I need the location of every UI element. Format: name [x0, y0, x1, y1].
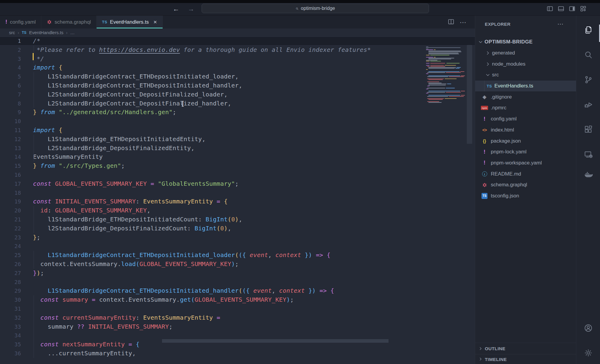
minimap-line — [430, 65, 444, 66]
line-content: }); — [26, 269, 475, 278]
file-tree: OPTIMISM-BRIDGEgeneratednode_modulessrcT… — [475, 37, 576, 201]
tree-item-generated[interactable]: generated — [475, 48, 576, 59]
tree-item-.gitignore[interactable]: ◈.gitignore — [475, 91, 576, 102]
tree-item-pnpm-lock.yaml[interactable]: !pnpm-lock.yaml — [475, 146, 576, 158]
layout-controls — [546, 5, 587, 12]
code-line-32: 32 const currentSummaryEntity: EventsSum… — [0, 313, 475, 322]
panel-bottom-icon[interactable] — [557, 5, 565, 12]
minimap-line — [461, 95, 465, 96]
minimap-line — [449, 96, 464, 97]
line-content: l1StandardBridge_ETHDepositInitiatedCoun… — [26, 215, 475, 224]
tree-item-tsconfig.json[interactable]: TStsconfig.json — [475, 191, 576, 202]
outline-section[interactable]: OUTLINE — [475, 343, 576, 354]
tab-config.yaml[interactable]: !config.yaml — [0, 16, 41, 28]
sidebar-header: EXPLORER ⋯ — [475, 16, 576, 32]
tree-item-EventHandlers.ts[interactable]: TSEventHandlers.ts — [475, 81, 576, 92]
run-debug-icon[interactable] — [584, 100, 593, 109]
code-line-19: 19const INITIAL_EVENTS_SUMMARY: EventsSu… — [0, 197, 475, 206]
extensions-icon[interactable] — [584, 125, 593, 134]
minimap-line — [428, 75, 460, 76]
timeline-label: TIMELINE — [485, 357, 507, 362]
breadcrumb-folder[interactable]: src — [9, 30, 15, 35]
code-line-36: 36 ...currentSummaryEntity, — [0, 349, 475, 358]
tree-item-pnpm-workspace.yaml[interactable]: !pnpm-workspace.yaml — [475, 158, 576, 169]
chevron-right-icon — [485, 51, 490, 55]
tree-item-README.md[interactable]: iREADME.md — [475, 168, 576, 179]
code-line-14: 14EventsSummaryEntity — [0, 152, 475, 161]
panel-right-active-icon[interactable] — [568, 5, 576, 12]
source-control-icon[interactable] — [584, 75, 593, 84]
line-number: 30 — [0, 295, 26, 304]
nav-back-icon[interactable]: ← — [172, 4, 181, 14]
tree-label: pnpm-workspace.yaml — [491, 160, 542, 166]
tree-item-src[interactable]: src — [475, 70, 576, 81]
code-line-20: 20 id: GLOBAL_EVENTS_SUMMARY_KEY, — [0, 206, 475, 215]
tree-item-.npmrc[interactable]: npm.npmrc — [475, 102, 576, 114]
mouse-ibeam-cursor: I — [181, 99, 184, 108]
nav-forward-icon[interactable]: → — [187, 4, 196, 14]
code-line-2: 2 *Please refer to https://docs.envio.de… — [0, 46, 475, 55]
code-line-7: 7 L2StandardBridgeContract_DepositFinali… — [0, 90, 475, 99]
search-icon[interactable] — [584, 50, 593, 60]
tab-EventHandlers.ts[interactable]: TSEventHandlers.ts✕ — [97, 16, 163, 28]
search-icon: ⌕ — [296, 5, 298, 11]
activity-bar — [576, 16, 600, 364]
breadcrumb-file[interactable]: EventHandlers.ts — [29, 30, 63, 35]
explorer-more-icon[interactable]: ⋯ — [557, 20, 564, 28]
line-content: import { — [26, 63, 475, 72]
minimap-line — [428, 52, 461, 52]
tree-item-index.html[interactable]: <>index.html — [475, 125, 576, 136]
tree-item-OPTIMISM-BRIDGE[interactable]: OPTIMISM-BRIDGE — [475, 37, 576, 48]
tree-item-config.yaml[interactable]: !config.yaml — [475, 114, 576, 125]
minimap-line — [430, 61, 441, 61]
tree-item-node_modules[interactable]: node_modules — [475, 58, 576, 70]
line-number: 16 — [0, 170, 26, 179]
close-tab-icon[interactable]: ✕ — [153, 19, 157, 25]
minimap-line — [428, 83, 442, 83]
tree-label: tsconfig.json — [491, 193, 519, 199]
code-line-24: 24 — [0, 242, 475, 251]
minimap-line — [428, 67, 456, 68]
minimap-line — [430, 55, 449, 55]
minimap[interactable] — [426, 46, 466, 124]
line-number: 36 — [0, 349, 26, 358]
search-value: optimism-bridge — [301, 6, 335, 11]
command-center-search[interactable]: ⌕ optimism-bridge — [202, 4, 429, 13]
minimap-line — [428, 71, 460, 72]
timeline-section[interactable]: TIMELINE — [475, 354, 576, 364]
panel-left-icon[interactable] — [546, 5, 554, 12]
line-content — [26, 304, 475, 313]
tree-indent-guide — [484, 81, 484, 92]
remote-icon[interactable] — [584, 150, 593, 159]
git-icon: ◈ — [483, 94, 486, 100]
split-editor-icon[interactable] — [447, 18, 455, 27]
vertical-scrollbar[interactable] — [467, 45, 472, 144]
account-icon[interactable] — [584, 324, 593, 333]
settings-icon[interactable] — [584, 348, 593, 358]
tab-schema.graphql[interactable]: schema.graphql — [41, 16, 97, 28]
code-editor[interactable]: 1/*2 *Please refer to https://docs.envio… — [0, 37, 475, 364]
breadcrumb-symbol[interactable]: … — [70, 30, 75, 35]
line-number: 31 — [0, 304, 26, 313]
line-content: /* — [26, 37, 475, 46]
minimap-line — [428, 102, 442, 103]
files-icon[interactable] — [584, 25, 593, 35]
tree-item-package.json[interactable]: {}package.json — [475, 135, 576, 146]
line-content: *Please refer to https://docs.envio.dev … — [26, 46, 475, 55]
more-actions-icon[interactable]: ⋯ — [460, 19, 466, 26]
horizontal-scrollbar[interactable] — [162, 339, 388, 343]
tree-item-schema.graphql[interactable]: schema.graphql — [475, 179, 576, 191]
layout-customize-icon[interactable] — [580, 5, 587, 12]
line-content: L1StandardBridgeContract_ETHDepositIniti… — [26, 81, 475, 90]
minimap-line — [428, 79, 443, 80]
line-number: 21 — [0, 215, 26, 224]
chevron-right-icon — [485, 62, 490, 67]
line-number: 4 — [0, 63, 26, 72]
line-number: 2 — [0, 46, 26, 55]
line-content: L1StandardBridgeContract_ETHDepositIniti… — [26, 251, 475, 260]
tab-bar: !config.yamlschema.graphqlTSEventHandler… — [0, 16, 475, 28]
line-number: 9 — [0, 108, 26, 117]
indent-guide — [34, 206, 34, 233]
docker-icon[interactable] — [584, 170, 593, 179]
minimap-line — [426, 47, 460, 48]
